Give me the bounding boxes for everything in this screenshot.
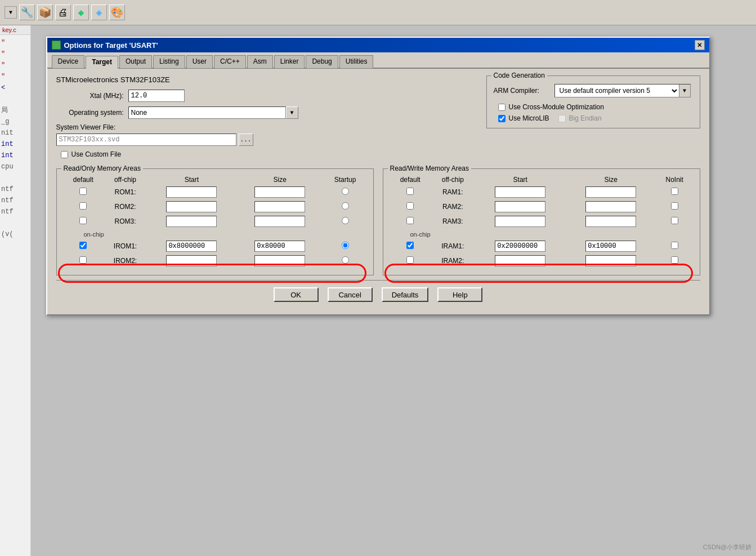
iram1-noinit-cb[interactable]: [671, 242, 678, 249]
irom2-startup-radio[interactable]: [342, 256, 349, 264]
os-dropdown-btn[interactable]: ▼: [286, 106, 298, 119]
ram3-default-cb[interactable]: [406, 217, 414, 224]
svd-input[interactable]: [56, 134, 236, 146]
ram1-default-cb[interactable]: [406, 188, 414, 195]
custom-file-checkbox[interactable]: [61, 151, 68, 158]
rom2-startup-radio[interactable]: [342, 202, 349, 210]
rom2-default-cb[interactable]: [79, 202, 87, 210]
svd-browse-btn[interactable]: ...: [239, 134, 253, 146]
ram1-start[interactable]: [495, 186, 545, 198]
irom2-size[interactable]: [254, 255, 305, 266]
custom-file-label: Use Custom File: [71, 150, 122, 158]
rom1-size[interactable]: [254, 186, 305, 198]
os-row: Operating system: None ▼: [56, 106, 477, 119]
toolbar-btn-color[interactable]: 🎨: [109, 5, 125, 20]
help-button[interactable]: Help: [437, 287, 482, 302]
dialog-overlay: Options for Target 'USART' ✕ Device Targ…: [0, 25, 756, 556]
ram2-size[interactable]: [585, 201, 636, 212]
cross-module-row: Use Cross-Module Optimization: [498, 103, 693, 111]
rom3-start[interactable]: [166, 216, 217, 227]
code-gen-panel: Code Generation ARM Compiler: Use defaul…: [486, 75, 700, 128]
ram2-start[interactable]: [495, 201, 545, 212]
irom2-default-cb[interactable]: [79, 256, 87, 264]
dialog: Options for Target 'USART' ✕ Device Targ…: [46, 37, 710, 315]
col-start: Start: [147, 175, 236, 185]
table-row: ROM3:: [64, 214, 366, 229]
rom3-default-cb[interactable]: [79, 217, 87, 224]
tab-utilities[interactable]: Utilities: [339, 55, 374, 68]
device-label: STMicroelectronics STM32F103ZE: [56, 75, 477, 84]
rom3-startup-radio[interactable]: [342, 217, 349, 224]
cancel-button[interactable]: Cancel: [328, 287, 373, 302]
watermark: CSDN@小李研妍: [703, 543, 751, 551]
table-row-iram1: IRAM1:: [390, 239, 693, 253]
ram3-size[interactable]: [585, 216, 636, 227]
ram1-size[interactable]: [585, 186, 636, 198]
iram2-noinit-cb[interactable]: [671, 256, 678, 264]
toolbar-btn-build[interactable]: 🔧: [19, 5, 35, 20]
irom1-start[interactable]: [166, 241, 217, 252]
rom3-size[interactable]: [254, 216, 305, 227]
ram3-noinit-cb[interactable]: [671, 217, 678, 224]
irom1-size[interactable]: [254, 241, 305, 252]
iram1-default-cb[interactable]: [406, 242, 414, 249]
tab-linker[interactable]: Linker: [274, 55, 305, 68]
readonly-table: default off-chip Start Size Startup ROM1…: [64, 175, 366, 268]
ram2-noinit-cb[interactable]: [671, 202, 678, 210]
cross-module-checkbox[interactable]: [498, 104, 506, 111]
tab-asm[interactable]: Asm: [247, 55, 273, 68]
xtal-input[interactable]: [128, 90, 185, 102]
tab-device[interactable]: Device: [52, 55, 85, 68]
irom2-start[interactable]: [166, 255, 217, 266]
tab-target[interactable]: Target: [86, 56, 118, 69]
table-row-irom1: IROM1:: [64, 239, 366, 253]
close-button[interactable]: ✕: [695, 40, 705, 50]
col-start: Start: [475, 175, 566, 185]
arm-dropdown-btn[interactable]: ▼: [679, 84, 690, 97]
table-row: ROM2:: [64, 199, 366, 214]
toolbar-btn-package[interactable]: 📦: [37, 5, 53, 20]
microlib-checkbox[interactable]: [498, 115, 506, 122]
irom1-startup-radio[interactable]: [342, 242, 349, 249]
iram2-default-cb[interactable]: [406, 256, 414, 264]
top-section: STMicroelectronics STM32F103ZE Xtal (MHz…: [56, 75, 700, 162]
toolbar-btn-diamond1[interactable]: ◆: [73, 5, 89, 20]
bigendian-checkbox[interactable]: [558, 115, 566, 122]
os-select[interactable]: None: [128, 106, 286, 119]
ram2-default-cb[interactable]: [406, 202, 414, 210]
onchip-label-row: on-chip: [390, 229, 693, 239]
ram1-noinit-cb[interactable]: [671, 188, 678, 195]
readwrite-memory-panel: Read/Write Memory Areas default off-chip…: [383, 168, 700, 275]
toolbar-btn-print[interactable]: 🖨: [55, 5, 71, 20]
iram1-size[interactable]: [585, 241, 636, 252]
os-label: Operating system:: [56, 109, 124, 117]
iram2-start[interactable]: [495, 255, 545, 266]
tab-user[interactable]: User: [186, 55, 213, 68]
defaults-button[interactable]: Defaults: [382, 287, 429, 302]
rom1-start[interactable]: [166, 186, 217, 198]
rom1-default-cb[interactable]: [79, 188, 87, 195]
bottom-buttons: OK Cancel Defaults Help: [56, 280, 700, 308]
tab-listing[interactable]: Listing: [153, 55, 185, 68]
arm-compiler-select[interactable]: Use default compiler version 5 Use defau…: [555, 84, 679, 97]
col-offchip: off-chip: [431, 175, 475, 185]
col-startup: Startup: [324, 175, 366, 185]
tab-debug[interactable]: Debug: [306, 55, 338, 68]
iram2-size[interactable]: [585, 255, 636, 266]
titlebar-left: Options for Target 'USART': [52, 41, 158, 50]
col-size: Size: [566, 175, 656, 185]
rom2-size[interactable]: [254, 201, 305, 212]
tab-cpp[interactable]: C/C++: [214, 55, 246, 68]
ram3-start[interactable]: [495, 216, 545, 227]
rom1-startup-radio[interactable]: [342, 188, 349, 195]
toolbar-dropdown[interactable]: ▼: [5, 6, 17, 19]
iram1-start[interactable]: [495, 241, 545, 252]
irom1-default-cb[interactable]: [79, 242, 87, 249]
dialog-icon: [52, 41, 61, 50]
ok-button[interactable]: OK: [274, 287, 319, 302]
tab-output[interactable]: Output: [119, 55, 152, 68]
table-row: RAM2:: [390, 199, 693, 214]
toolbar-btn-diamond2[interactable]: ◈: [91, 5, 107, 20]
microlib-group: Use MicroLIB: [498, 114, 549, 122]
rom2-start[interactable]: [166, 201, 217, 212]
